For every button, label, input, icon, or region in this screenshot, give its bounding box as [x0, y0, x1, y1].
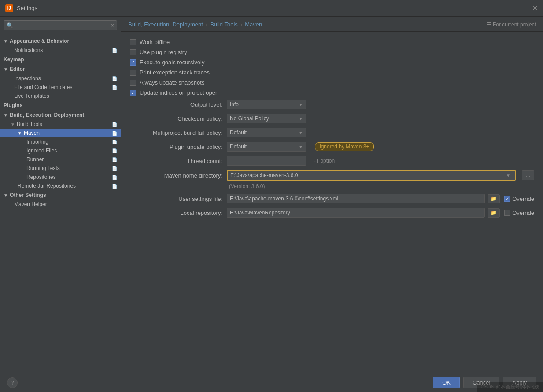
- local-repository-wrap: 📁: [227, 208, 500, 218]
- maven-home-combo[interactable]: E:\Java\apache-maven-3.6.0 ▼: [227, 170, 516, 181]
- breadcrumb-part-3: Maven: [245, 21, 262, 28]
- user-settings-override-label: Override: [512, 196, 534, 202]
- maven-home-browse-button[interactable]: ...: [522, 170, 534, 180]
- close-button[interactable]: ✕: [532, 4, 538, 12]
- expand-arrow-maven: ▼: [18, 131, 22, 136]
- sidebar-item-importing[interactable]: Importing 📄: [0, 137, 121, 146]
- sidebar-item-editor[interactable]: ▼ Editor: [0, 64, 121, 74]
- execute-goals-recursively-label[interactable]: Execute goals recursively: [140, 59, 204, 66]
- print-exception-checkbox[interactable]: [130, 70, 136, 76]
- execute-goals-recursively-row: Execute goals recursively: [130, 59, 534, 66]
- page-icon: 📄: [112, 122, 117, 127]
- user-settings-file-label: User settings file:: [130, 196, 222, 202]
- thread-count-label: Thread count:: [130, 158, 222, 164]
- page-icon: 📄: [112, 131, 117, 136]
- expand-arrow-build: ▼: [4, 113, 8, 118]
- chevron-down-icon: ▼: [299, 102, 303, 107]
- user-settings-override-checkbox[interactable]: [504, 196, 510, 202]
- sidebar-item-appearance-behavior[interactable]: ▼ Appearance & Behavior: [0, 36, 121, 46]
- output-level-row: Output level: Info ▼: [130, 100, 534, 109]
- local-repository-browse-button[interactable]: 📁: [488, 208, 500, 218]
- local-repository-override-label: Override: [512, 210, 534, 216]
- user-settings-file-input[interactable]: [227, 194, 485, 203]
- main-content: 🔍 maven × ▼ Appearance & Behavior Notifi…: [0, 17, 543, 373]
- chevron-down-icon: ▼: [506, 173, 510, 178]
- always-update-snapshots-row: Always update snapshots: [130, 79, 534, 86]
- chevron-down-icon: ▼: [299, 116, 303, 121]
- expand-arrow-other: ▼: [4, 193, 8, 198]
- page-icon: 📄: [112, 48, 117, 53]
- search-clear-button[interactable]: ×: [111, 22, 114, 29]
- multiproject-policy-select[interactable]: Default ▼: [227, 128, 306, 137]
- sidebar-item-other-settings[interactable]: ▼ Other Settings: [0, 190, 121, 200]
- update-indices-label[interactable]: Update indices on project open: [140, 89, 218, 96]
- ok-button[interactable]: OK: [433, 377, 460, 388]
- sidebar-item-build-execution-deployment[interactable]: ▼ Build, Execution, Deployment: [0, 110, 121, 120]
- use-plugin-registry-checkbox[interactable]: [130, 49, 136, 55]
- print-exception-row: Print exception stack traces: [130, 69, 534, 76]
- sidebar-item-maven-helper[interactable]: Maven Helper: [0, 200, 121, 209]
- checksum-policy-row: Checksum policy: No Global Policy ▼: [130, 114, 534, 123]
- use-plugin-registry-row: Use plugin registry: [130, 49, 534, 55]
- local-repository-override-checkbox[interactable]: [504, 210, 510, 216]
- work-offline-label[interactable]: Work offline: [140, 39, 170, 45]
- help-button[interactable]: ?: [7, 377, 18, 388]
- print-exception-label[interactable]: Print exception stack traces: [140, 69, 210, 76]
- local-repository-input[interactable]: [227, 208, 485, 218]
- sidebar-item-runner[interactable]: Runner 📄: [0, 155, 121, 164]
- breadcrumb-part-2: Build Tools: [210, 21, 238, 28]
- settings-dialog: IJ Settings ✕ 🔍 maven × ▼ Appearance & B…: [0, 0, 543, 392]
- sidebar-item-label: Keymap: [4, 56, 24, 63]
- plugin-update-policy-select[interactable]: Default ▼: [227, 142, 306, 152]
- search-box: 🔍 maven ×: [0, 17, 121, 34]
- page-icon: 📄: [112, 166, 117, 171]
- bottom-bar: ? OK Cancel Apply: [0, 373, 543, 392]
- page-icon: 📄: [112, 140, 117, 144]
- breadcrumb-sep-2: ›: [240, 21, 242, 28]
- multiproject-policy-row: Multiproject build fail policy: Default …: [130, 128, 534, 137]
- use-plugin-registry-label[interactable]: Use plugin registry: [140, 49, 187, 55]
- user-settings-file-wrap: 📁: [227, 194, 500, 203]
- title-bar: IJ Settings ✕: [0, 0, 543, 17]
- sidebar-item-file-code-templates[interactable]: File and Code Templates 📄: [0, 83, 121, 92]
- sidebar-item-build-tools[interactable]: ▼ Build Tools 📄: [0, 120, 121, 129]
- execute-goals-recursively-checkbox[interactable]: [130, 59, 136, 66]
- sidebar-item-keymap[interactable]: Keymap: [0, 55, 121, 64]
- sidebar-item-label: Build, Execution, Deployment: [10, 112, 84, 118]
- right-panel: Build, Execution, Deployment › Build Too…: [121, 17, 543, 373]
- always-update-snapshots-label[interactable]: Always update snapshots: [140, 79, 204, 86]
- update-indices-row: Update indices on project open: [130, 89, 534, 96]
- search-input-wrap[interactable]: 🔍 maven ×: [4, 20, 117, 30]
- local-repository-row: Local repository: 📁 Override: [130, 208, 534, 218]
- sidebar-item-running-tests[interactable]: Running Tests 📄: [0, 164, 121, 173]
- sidebar-item-notifications[interactable]: Notifications 📄: [0, 46, 121, 55]
- sidebar-item-plugins[interactable]: Plugins: [0, 100, 121, 110]
- sidebar-item-maven[interactable]: ▼ Maven 📄: [0, 129, 121, 137]
- sidebar-item-live-templates[interactable]: Live Templates: [0, 92, 121, 100]
- always-update-snapshots-checkbox[interactable]: [130, 80, 136, 86]
- sidebar-item-label: Appearance & Behavior: [10, 38, 69, 44]
- sidebar-item-label: Other Settings: [10, 192, 46, 198]
- plugin-update-policy-row: Plugin update policy: Default ▼ ignored …: [130, 142, 534, 152]
- update-indices-checkbox[interactable]: [130, 90, 136, 96]
- chevron-down-icon: ▼: [299, 130, 303, 135]
- user-settings-override-wrap: Override: [504, 196, 534, 202]
- thread-count-input[interactable]: [227, 156, 306, 166]
- watermark: CSDN @不会压弯的小飞侠: [477, 382, 543, 392]
- search-input[interactable]: maven: [15, 22, 111, 29]
- checksum-policy-select[interactable]: No Global Policy ▼: [227, 114, 306, 123]
- page-icon: 📄: [112, 76, 117, 81]
- sidebar-item-label: Editor: [10, 66, 25, 72]
- sidebar-item-repositories[interactable]: Repositories 📄: [0, 173, 121, 181]
- user-settings-browse-button[interactable]: 📁: [488, 194, 500, 203]
- output-level-select[interactable]: Info ▼: [227, 100, 306, 109]
- sidebar-item-remote-jar-repositories[interactable]: Remote Jar Repositories 📄: [0, 181, 121, 190]
- maven-home-label: Maven home directory:: [130, 172, 222, 179]
- maven-version-text: (Version: 3.6.0): [229, 183, 534, 189]
- sidebar-item-label: Plugins: [4, 102, 22, 108]
- sidebar-item-inspections[interactable]: Inspections 📄: [0, 74, 121, 83]
- work-offline-checkbox[interactable]: [130, 39, 136, 45]
- sidebar-item-ignored-files[interactable]: Ignored Files 📄: [0, 146, 121, 155]
- page-icon: 📄: [112, 85, 117, 90]
- thread-count-row: Thread count: -T option: [130, 156, 534, 166]
